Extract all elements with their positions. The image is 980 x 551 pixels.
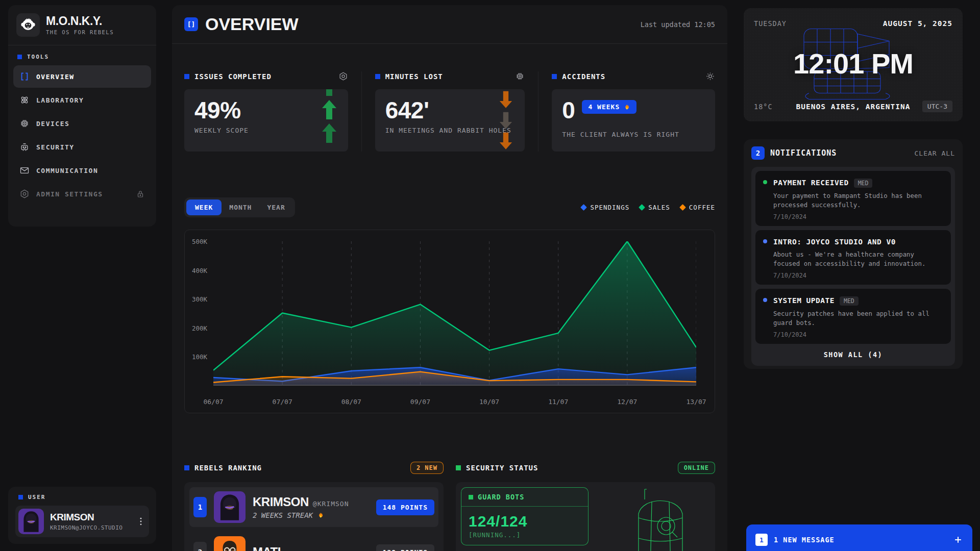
user-section-label: USER: [15, 489, 149, 505]
rebel-name: MATI: [253, 545, 281, 551]
x-axis-tick: 08/07: [341, 398, 361, 406]
brackets-icon: [19, 71, 30, 82]
panel-title: SECURITY STATUS: [466, 464, 538, 472]
new-count-badge: 2 NEW: [410, 462, 444, 474]
chart-plot: [213, 241, 696, 386]
points-badge: 129 POINTS: [376, 544, 434, 551]
section-marker: [18, 495, 23, 499]
ranking-list: 1 KRIMSON@KRIMSON 2 WEEKS STREAK 148 POI…: [184, 482, 444, 551]
stat-card-issues-completed: ISSUES COMPLETED 49% WEEKLY SCOPE: [184, 71, 361, 152]
range-tabs: WEEK MONTH YEAR: [184, 197, 295, 217]
new-message-bar[interactable]: 1 1 NEW MESSAGE: [746, 524, 972, 551]
tab-month[interactable]: MONTH: [222, 199, 259, 215]
user-menu-kebab-icon[interactable]: [136, 516, 146, 527]
clear-all-button[interactable]: CLEAR ALL: [915, 149, 955, 157]
notification-card[interactable]: INTRO: JOYCO STUDIO AND V0 About us - We…: [755, 230, 951, 285]
brand: M.O.N.K.Y. THE OS FOR REBELS: [8, 5, 156, 45]
tab-year[interactable]: YEAR: [259, 199, 292, 215]
main-header: [] OVERVIEW Last updated 12:05: [172, 5, 727, 44]
show-all-button[interactable]: SHOW ALL (4): [755, 344, 951, 362]
stat-caption: IN MEETINGS AND RABBIT HOLES: [385, 127, 515, 134]
avatar: [18, 509, 44, 534]
rebel-streak: 2 WEEKS STREAK: [253, 511, 349, 519]
plus-icon[interactable]: [953, 535, 963, 545]
stat-value: 49%: [194, 97, 338, 123]
y-axis-tick: 200K: [192, 324, 207, 332]
sidebar-item-laboratory[interactable]: LABORATORY: [13, 89, 151, 111]
sun-icon[interactable]: [705, 71, 715, 81]
sidebar-item-security[interactable]: SECURITY: [13, 136, 151, 158]
avatar: [214, 536, 246, 551]
chip-icon: [19, 118, 30, 129]
stat-marker: [375, 74, 380, 79]
status-marker: [469, 495, 473, 499]
page-title: OVERVIEW: [205, 14, 299, 34]
guard-bots-count: 124/124: [461, 507, 588, 531]
notification-title: INTRO: JOYCO STUDIO AND V0: [773, 238, 896, 246]
lock-icon: [136, 189, 145, 198]
envelope-icon: [19, 165, 30, 176]
priority-badge: MED: [854, 179, 873, 188]
overview-brackets-icon: []: [184, 17, 198, 31]
notification-title: SYSTEM UPDATE: [773, 296, 835, 305]
points-badge: 148 POINTS: [376, 499, 434, 515]
avatar: [214, 491, 246, 523]
sidebar-item-overview[interactable]: OVERVIEW: [13, 65, 151, 88]
guard-bots-status: [RUNNING...]: [461, 531, 588, 545]
priority-badge: MED: [840, 296, 859, 306]
sidebar-item-devices[interactable]: DEVICES: [13, 112, 151, 135]
x-axis-tick: 13/07: [686, 398, 706, 406]
online-badge: ONLINE: [678, 462, 715, 474]
panel-marker: [456, 465, 461, 470]
chip-icon[interactable]: [515, 71, 525, 81]
hex-gear-icon[interactable]: [338, 71, 348, 81]
legend-diamond-icon: [581, 204, 587, 211]
stat-caption: WEEKLY SCOPE: [194, 127, 338, 134]
x-axis-tick: 07/07: [273, 398, 292, 406]
notifications-panel: 2 NOTIFICATIONS CLEAR ALL PAYMENT RECEIV…: [744, 139, 963, 369]
sidebar-item-communication[interactable]: COMMUNICATION: [13, 159, 151, 182]
chart-section: WEEK MONTH YEAR SPENDINGS SALES COFFEE 5…: [172, 197, 727, 413]
clock-time: 12:01 PM: [744, 47, 963, 80]
tab-week[interactable]: WEEK: [186, 199, 222, 215]
stat-card-accidents: ACCIDENTS 04 WEEKS THE CLIENT ALWAYS IS …: [538, 71, 715, 152]
user-panel: USER KRIMSON KRIMSON@JOYCO.STUDIO: [8, 487, 156, 544]
notification-card[interactable]: SYSTEM UPDATEMED Security patches have b…: [755, 289, 951, 344]
rank-badge: 2: [193, 542, 207, 551]
ranking-row[interactable]: 1 KRIMSON@KRIMSON 2 WEEKS STREAK 148 POI…: [189, 487, 438, 527]
notification-date: 7/10/2024: [773, 272, 944, 279]
clock-widget: TUESDAY AUGUST 5, 2025 12:01 PM 18°C BUE…: [744, 8, 963, 121]
stat-caption: THE CLIENT ALWAYS IS RIGHT: [562, 131, 705, 138]
notification-card[interactable]: PAYMENT RECEIVEDMED Your payment to Ramp…: [755, 171, 951, 226]
rank-badge: 1: [193, 497, 207, 517]
rebels-ranking-panel: REBELS RANKING 2 NEW 1 KRIMSON@KRIMSON 2…: [184, 462, 444, 551]
y-axis-tick: 300K: [192, 295, 207, 303]
notification-status-dot: [763, 180, 767, 184]
user-card[interactable]: KRIMSON KRIMSON@JOYCO.STUDIO: [15, 506, 149, 537]
chart-legend: SPENDINGS SALES COFFEE: [581, 204, 715, 211]
notification-status-dot: [763, 239, 767, 243]
x-axis-tick: 12/07: [617, 398, 637, 406]
notifications-count-badge: 2: [751, 146, 765, 160]
notification-body: Your payment to Rampant Studio has been …: [773, 191, 944, 210]
legend-item: SPENDINGS: [581, 204, 629, 211]
tools-section-label: TOOLS: [8, 45, 156, 64]
stat-title: ACCIDENTS: [562, 72, 605, 81]
stat-title: MINUTES LOST: [385, 72, 443, 81]
streak-badge: 4 WEEKS: [582, 100, 636, 114]
clock-location: BUENOS AIRES, ARGENTINA: [744, 103, 963, 111]
guard-bot-wireframe: [627, 487, 694, 551]
rebel-name: KRIMSON: [253, 495, 309, 509]
stat-title: ISSUES COMPLETED: [194, 72, 272, 81]
sidebar-item-admin-settings[interactable]: ADMIN SETTINGS: [13, 183, 151, 205]
robot-icon: [19, 142, 30, 152]
security-body: GUARD BOTS 124/124 [RUNNING...] FIREWALL: [456, 482, 715, 551]
x-axis-tick: 10/07: [479, 398, 499, 406]
notification-date: 7/10/2024: [773, 331, 944, 338]
notifications-list: PAYMENT RECEIVEDMED Your payment to Ramp…: [751, 167, 955, 366]
x-axis-tick: 11/07: [548, 398, 568, 406]
notifications-title: NOTIFICATIONS: [770, 148, 837, 158]
stat-card-minutes-lost: MINUTES LOST 642' IN MEETINGS AND RABBIT…: [361, 71, 538, 152]
notification-body: About us - We're a healthcare company fo…: [773, 250, 944, 268]
ranking-row[interactable]: 2 MATI@MATI 129 POINTS: [189, 532, 438, 551]
